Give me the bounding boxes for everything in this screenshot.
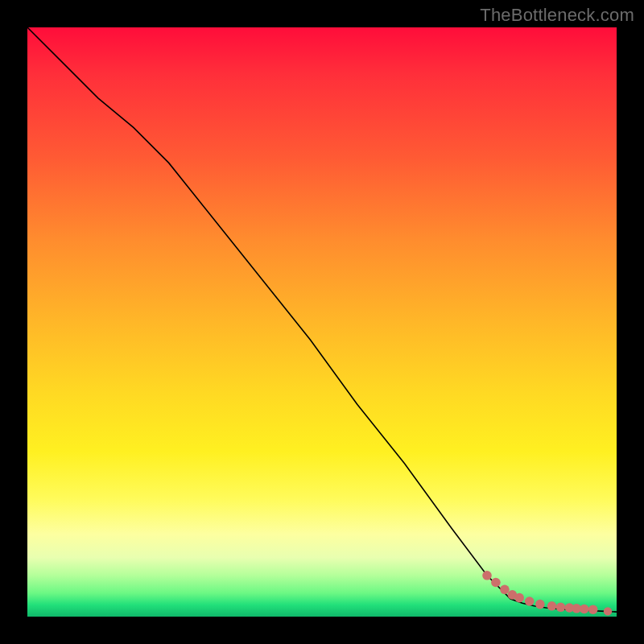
- data-point: [556, 603, 566, 613]
- data-point: [547, 601, 557, 611]
- chart-frame: TheBottleneck.com: [0, 0, 644, 644]
- data-point: [580, 605, 589, 614]
- data-point: [525, 597, 535, 606]
- data-point: [588, 605, 598, 614]
- data-point: [514, 593, 524, 603]
- data-point: [535, 600, 545, 609]
- watermark-text: TheBottleneck.com: [480, 5, 634, 26]
- bottleneck-curve: [27, 27, 617, 612]
- data-point: [500, 585, 510, 595]
- data-point: [491, 578, 501, 588]
- chart-svg: [27, 27, 617, 617]
- data-point: [482, 571, 492, 580]
- scatter-points: [482, 571, 612, 616]
- plot-area: [27, 27, 617, 617]
- data-point: [604, 607, 612, 615]
